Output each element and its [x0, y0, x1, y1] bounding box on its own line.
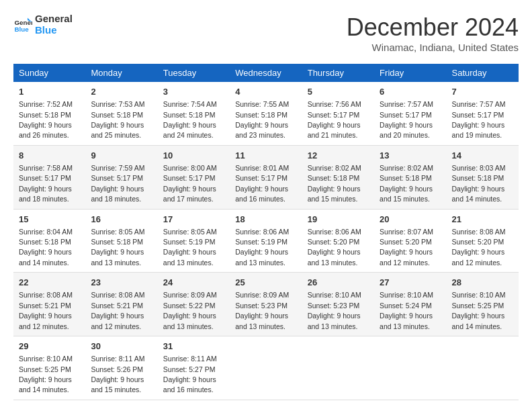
day-info: Sunrise: 8:11 AMSunset: 5:27 PMDaylight:… — [163, 355, 217, 394]
week-row-4: 22Sunrise: 8:08 AMSunset: 5:21 PMDayligh… — [13, 273, 519, 336]
day-number: 5 — [308, 86, 369, 98]
week-row-2: 8Sunrise: 7:58 AMSunset: 5:17 PMDaylight… — [13, 145, 519, 209]
day-info: Sunrise: 8:10 AMSunset: 5:23 PMDaylight:… — [308, 291, 361, 330]
day-cell: 24Sunrise: 8:09 AMSunset: 5:22 PMDayligh… — [158, 273, 230, 336]
day-cell — [302, 336, 374, 400]
day-number: 29 — [19, 340, 80, 353]
day-info: Sunrise: 7:58 AMSunset: 5:17 PMDaylight:… — [19, 164, 73, 203]
col-saturday: Saturday — [447, 64, 519, 82]
day-info: Sunrise: 8:07 AMSunset: 5:20 PMDaylight:… — [380, 228, 433, 267]
month-title: December 2024 — [347, 13, 519, 42]
day-number: 6 — [380, 86, 441, 98]
day-number: 31 — [163, 340, 224, 353]
day-info: Sunrise: 8:06 AMSunset: 5:19 PMDaylight:… — [235, 228, 289, 267]
day-number: 15 — [19, 214, 80, 226]
col-tuesday: Tuesday — [158, 64, 230, 82]
day-info: Sunrise: 8:10 AMSunset: 5:24 PMDaylight:… — [380, 291, 433, 330]
day-cell: 6Sunrise: 7:57 AMSunset: 5:17 PMDaylight… — [374, 82, 446, 145]
day-cell: 23Sunrise: 8:08 AMSunset: 5:21 PMDayligh… — [85, 273, 157, 336]
day-cell: 16Sunrise: 8:05 AMSunset: 5:18 PMDayligh… — [85, 209, 157, 273]
day-info: Sunrise: 8:02 AMSunset: 5:18 PMDaylight:… — [380, 164, 433, 203]
day-info: Sunrise: 8:06 AMSunset: 5:20 PMDaylight:… — [308, 228, 361, 267]
day-number: 18 — [235, 214, 296, 226]
day-number: 25 — [235, 277, 296, 289]
day-cell — [230, 336, 302, 400]
day-cell: 4Sunrise: 7:55 AMSunset: 5:18 PMDaylight… — [230, 82, 302, 145]
day-info: Sunrise: 8:04 AMSunset: 5:18 PMDaylight:… — [19, 228, 73, 267]
day-info: Sunrise: 8:05 AMSunset: 5:19 PMDaylight:… — [163, 228, 217, 267]
day-info: Sunrise: 7:53 AMSunset: 5:18 PMDaylight:… — [91, 100, 144, 139]
day-number: 19 — [308, 214, 369, 226]
day-cell: 31Sunrise: 8:11 AMSunset: 5:27 PMDayligh… — [158, 336, 230, 400]
header-row: Sunday Monday Tuesday Wednesday Thursday… — [13, 64, 519, 82]
col-monday: Monday — [85, 64, 157, 82]
day-number: 7 — [452, 86, 513, 98]
day-cell — [447, 336, 519, 400]
day-cell: 25Sunrise: 8:09 AMSunset: 5:23 PMDayligh… — [230, 273, 302, 336]
day-cell: 10Sunrise: 8:00 AMSunset: 5:17 PMDayligh… — [158, 145, 230, 209]
day-info: Sunrise: 8:09 AMSunset: 5:22 PMDaylight:… — [163, 291, 217, 330]
day-cell: 17Sunrise: 8:05 AMSunset: 5:19 PMDayligh… — [158, 209, 230, 273]
day-cell: 28Sunrise: 8:10 AMSunset: 5:25 PMDayligh… — [447, 273, 519, 336]
day-number: 21 — [452, 214, 513, 226]
day-cell: 13Sunrise: 8:02 AMSunset: 5:18 PMDayligh… — [374, 145, 446, 209]
day-info: Sunrise: 8:02 AMSunset: 5:18 PMDaylight:… — [308, 164, 361, 203]
day-number: 24 — [163, 277, 224, 289]
day-number: 14 — [452, 150, 513, 162]
day-number: 11 — [235, 150, 296, 162]
day-cell: 29Sunrise: 8:10 AMSunset: 5:25 PMDayligh… — [13, 336, 85, 400]
day-info: Sunrise: 8:08 AMSunset: 5:21 PMDaylight:… — [19, 291, 73, 330]
logo-line1: General — [35, 13, 73, 25]
day-cell: 14Sunrise: 8:03 AMSunset: 5:18 PMDayligh… — [447, 145, 519, 209]
day-info: Sunrise: 8:00 AMSunset: 5:17 PMDaylight:… — [163, 164, 217, 203]
day-info: Sunrise: 7:56 AMSunset: 5:17 PMDaylight:… — [308, 100, 361, 139]
day-info: Sunrise: 8:10 AMSunset: 5:25 PMDaylight:… — [19, 355, 73, 394]
logo-icon: General Blue — [13, 15, 32, 34]
day-info: Sunrise: 8:08 AMSunset: 5:21 PMDaylight:… — [91, 291, 144, 330]
day-cell: 7Sunrise: 7:57 AMSunset: 5:17 PMDaylight… — [447, 82, 519, 145]
day-cell: 18Sunrise: 8:06 AMSunset: 5:19 PMDayligh… — [230, 209, 302, 273]
day-number: 27 — [380, 277, 441, 289]
day-number: 17 — [163, 214, 224, 226]
location: Winamac, Indiana, United States — [347, 42, 519, 53]
logo: General Blue General Blue — [13, 13, 73, 36]
week-row-3: 15Sunrise: 8:04 AMSunset: 5:18 PMDayligh… — [13, 209, 519, 273]
day-info: Sunrise: 8:01 AMSunset: 5:17 PMDaylight:… — [235, 164, 289, 203]
day-cell: 9Sunrise: 7:59 AMSunset: 5:17 PMDaylight… — [85, 145, 157, 209]
logo-line2: Blue — [35, 25, 73, 36]
day-number: 10 — [163, 150, 224, 162]
day-number: 1 — [19, 86, 80, 98]
day-info: Sunrise: 7:52 AMSunset: 5:18 PMDaylight:… — [19, 100, 73, 139]
day-cell — [374, 336, 446, 400]
day-number: 26 — [308, 277, 369, 289]
day-number: 2 — [91, 86, 152, 98]
calendar-header: Sunday Monday Tuesday Wednesday Thursday… — [13, 64, 519, 82]
day-cell: 5Sunrise: 7:56 AMSunset: 5:17 PMDaylight… — [302, 82, 374, 145]
day-cell: 11Sunrise: 8:01 AMSunset: 5:17 PMDayligh… — [230, 145, 302, 209]
day-info: Sunrise: 7:59 AMSunset: 5:17 PMDaylight:… — [91, 164, 144, 203]
week-row-1: 1Sunrise: 7:52 AMSunset: 5:18 PMDaylight… — [13, 82, 519, 145]
day-cell: 12Sunrise: 8:02 AMSunset: 5:18 PMDayligh… — [302, 145, 374, 209]
col-sunday: Sunday — [13, 64, 85, 82]
day-cell: 21Sunrise: 8:08 AMSunset: 5:20 PMDayligh… — [447, 209, 519, 273]
day-cell: 3Sunrise: 7:54 AMSunset: 5:18 PMDaylight… — [158, 82, 230, 145]
day-number: 16 — [91, 214, 152, 226]
day-number: 8 — [19, 150, 80, 162]
day-number: 12 — [308, 150, 369, 162]
calendar-body: 1Sunrise: 7:52 AMSunset: 5:18 PMDaylight… — [13, 82, 519, 400]
page-header: General Blue General Blue December 2024 … — [13, 13, 519, 53]
day-number: 23 — [91, 277, 152, 289]
day-info: Sunrise: 7:55 AMSunset: 5:18 PMDaylight:… — [235, 100, 289, 139]
day-cell: 8Sunrise: 7:58 AMSunset: 5:17 PMDaylight… — [13, 145, 85, 209]
day-cell: 19Sunrise: 8:06 AMSunset: 5:20 PMDayligh… — [302, 209, 374, 273]
day-cell: 27Sunrise: 8:10 AMSunset: 5:24 PMDayligh… — [374, 273, 446, 336]
day-cell: 22Sunrise: 8:08 AMSunset: 5:21 PMDayligh… — [13, 273, 85, 336]
day-number: 13 — [380, 150, 441, 162]
col-friday: Friday — [374, 64, 446, 82]
day-cell: 1Sunrise: 7:52 AMSunset: 5:18 PMDaylight… — [13, 82, 85, 145]
day-info: Sunrise: 8:11 AMSunset: 5:26 PMDaylight:… — [91, 355, 144, 394]
col-wednesday: Wednesday — [230, 64, 302, 82]
title-block: December 2024 Winamac, Indiana, United S… — [347, 13, 519, 53]
day-info: Sunrise: 8:05 AMSunset: 5:18 PMDaylight:… — [91, 228, 144, 267]
day-number: 3 — [163, 86, 224, 98]
